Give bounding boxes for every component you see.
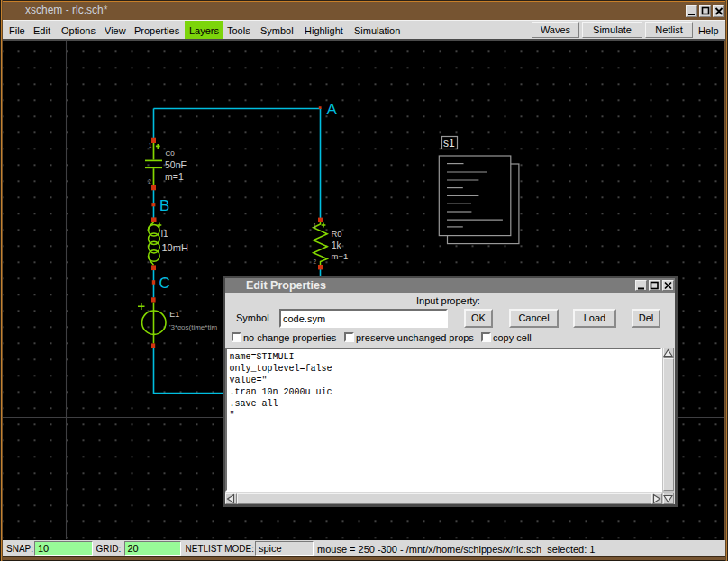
svg-text:2: 2 xyxy=(148,178,151,185)
svg-text:E1: E1 xyxy=(169,310,179,319)
svg-text:C0: C0 xyxy=(166,149,176,158)
svg-text:m=1: m=1 xyxy=(332,251,349,261)
svg-text:s1: s1 xyxy=(443,137,455,149)
svg-text:m=1: m=1 xyxy=(165,171,184,182)
svg-text:50nF: 50nF xyxy=(165,159,187,170)
svg-text:1: 1 xyxy=(313,222,316,229)
svg-text:1: 1 xyxy=(149,142,152,149)
svg-text:A: A xyxy=(327,101,338,118)
svg-text:1k: 1k xyxy=(332,240,342,250)
svg-text:l1: l1 xyxy=(161,229,168,239)
svg-text:'3*cos(time*tim: '3*cos(time*tim xyxy=(169,323,217,331)
svg-text:R0: R0 xyxy=(332,229,342,239)
svg-text:10mH: 10mH xyxy=(162,242,188,253)
svg-text:B: B xyxy=(159,197,169,214)
svg-text:2: 2 xyxy=(313,258,316,265)
svg-text:C: C xyxy=(159,275,170,292)
